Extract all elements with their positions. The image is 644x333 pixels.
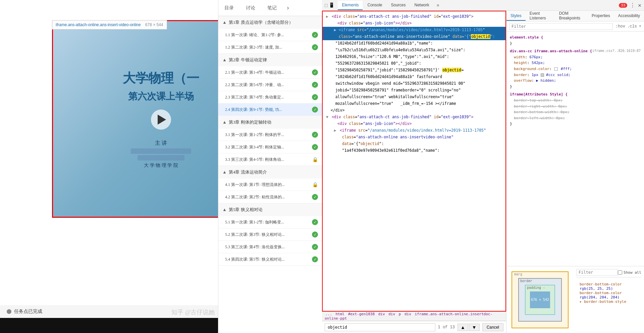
code-line-16[interactable]: <div class="ans-job-icon"></div> (323, 121, 505, 127)
lesson-2-1[interactable]: 2.1 第一次课: 第1-4节: 牛顿运动... (218, 66, 322, 79)
show-all-label: Show all (624, 270, 641, 275)
filter-cls[interactable]: .cls (627, 24, 637, 29)
code-line-9[interactable]: "1024b62df1d1f60bdd24d41d94a88a1b" fastf… (323, 74, 505, 80)
chapter-4-arrow: ▲ (222, 170, 227, 175)
search-input[interactable] (325, 323, 435, 331)
breadcrumb-p[interactable]: p (399, 312, 401, 316)
lesson-5-1[interactable]: 5.1 第一次课: 第1-2节: 伽利略变... (218, 216, 322, 228)
devtools-topbar: ⬚ 📱 Elements Console Sources Network » 3… (322, 0, 644, 11)
breadcrumb-div3[interactable]: div (405, 312, 411, 316)
code-line-17b[interactable]: class="ans-attach-online ans-insertvideo… (323, 134, 505, 141)
filter-add[interactable]: + (639, 24, 641, 29)
code-line-11[interactable]: jobid="158298450258791" frameborder="0" … (323, 87, 505, 94)
lesson-1-1[interactable]: 1.1 第一次课: 绪论、第1-2节: 参... (218, 29, 322, 41)
lesson-5-1-check (312, 219, 318, 225)
lesson-5-4[interactable]: 5.4 第四次课: 第5节: 狭义相对论... (218, 253, 322, 266)
code-line-10[interactable]: switchwindow vbegin vend mid="5529637286… (323, 80, 505, 87)
tab-toc[interactable]: 目录 (218, 1, 240, 15)
tab-more-devtools[interactable]: » (434, 1, 442, 10)
devtools-menu-icon[interactable]: ⋮ (630, 2, 635, 9)
chapter-2-header[interactable]: ▲ 第2章 牛顿运动定律 (218, 54, 322, 66)
chapter-1-header[interactable]: ▲ 第1章 质点运动学（含绪论部分） (218, 16, 322, 29)
breadcrumb-ellipsis[interactable]: ... (325, 312, 332, 316)
lesson-2-3-text: 2.3 第三次课: 第7-8节: 角动量定... (225, 94, 284, 100)
lesson-2-2[interactable]: 2.2 第二次课: 第5-6节: 冲量、动... (218, 79, 322, 91)
expand-arrow-2[interactable]: ▼ (326, 115, 328, 119)
code-line-4[interactable]: "1024b62df1d1f60bdd24d41d94a88a1b","name… (323, 40, 505, 47)
lesson-3-3-text: 3.3 第三次课: 第4-5节: 刚体角动... (225, 157, 284, 162)
styles-tab-styles[interactable]: Styles (506, 11, 526, 21)
search-count: 1 of 13 (438, 325, 455, 330)
lesson-2-4[interactable]: 2.4 第四次课: 第9-1节: 势能, 功... (218, 104, 322, 116)
lesson-2-1-text: 2.1 第一次课: 第1-4节: 牛顿运动... (225, 70, 284, 75)
code-line-5[interactable]: "\u7b2c\u516d\u6b21\u8bfe\u4e0a\u534a\u5… (323, 47, 505, 54)
code-line-3b[interactable]: class="ans-attach-online ans-insertvideo… (323, 34, 505, 40)
style-val-bgcolor: #fff; (561, 67, 572, 71)
show-all-checkbox[interactable]: Show all (618, 270, 641, 275)
style-rule-iframe-attrs: iframe[Attributes Style] { border-top-wi… (506, 90, 644, 128)
code-line-7[interactable]: "5529637286315829845021 00","_jobid": (323, 60, 505, 67)
lesson-5-2[interactable]: 5.2 第二次课: 第3节: 狭义相对论... (218, 228, 322, 241)
lesson-4-1[interactable]: 4.1 第一次课: 第1节: 理想流体的... 🔒 (218, 179, 322, 191)
tab-more-icon[interactable]: › (283, 1, 293, 15)
show-all-check[interactable] (618, 270, 622, 275)
style-close-1: } (510, 41, 512, 46)
style-close-2: } (510, 84, 512, 89)
chapter-5-header[interactable]: ▲ 第5章 狭义相对论 (218, 203, 322, 216)
code-line-2[interactable]: <div class="ans-job-icon"></div> (323, 20, 505, 27)
tab-discuss[interactable]: 讨论 (240, 1, 261, 15)
code-line-17[interactable]: ▶ <iframe src="/ananas/modules/video/ind… (323, 127, 505, 134)
breadcrumb-extgen[interactable]: #ext-gen1038 (348, 312, 375, 316)
tab-network[interactable]: Network (411, 1, 433, 10)
filter-hov[interactable]: :hov (615, 24, 625, 29)
tag-div-1: <div (332, 14, 343, 19)
code-line-19[interactable]: "1a4f430e97e90943e92e611f0ed76da8","name… (323, 147, 505, 154)
breadcrumb-div2[interactable]: div (388, 312, 395, 316)
code-line-13[interactable]: mozallowfullscreen="true" _idm_frm_=-154… (323, 101, 505, 107)
breadcrumb-html[interactable]: html (336, 312, 345, 316)
lesson-3-1[interactable]: 3.1 第一次课: 第1-2节: 刚体的平... (218, 129, 322, 141)
styles-tab-accessibility[interactable]: Accessibility (614, 11, 644, 21)
bgcolor-swatch (554, 67, 558, 71)
code-line-8[interactable]: "158298450258791","jobid":"1582984502587… (323, 67, 505, 74)
html-code-view[interactable]: ▶ <div class="ans-attach-ct ans-job-fini… (322, 11, 506, 312)
bottom-styles: border-bottom-color rgb(25, 25, 25) bord… (576, 280, 641, 306)
code-line-14[interactable]: </div> (323, 107, 505, 114)
styles-tab-properties[interactable]: Properties (588, 11, 614, 21)
tab-notes[interactable]: 笔记 (261, 1, 283, 15)
filter-input[interactable] (509, 23, 613, 30)
code-line-15[interactable]: ▼ <div class="ans-attach-ct ans-job-fini… (323, 114, 505, 121)
lesson-1-2[interactable]: 1.2 第二次课: 第2-3节: 速度, 加... (218, 41, 322, 54)
devtools-close-icon[interactable]: ✕ (638, 2, 641, 9)
code-line-12[interactable]: allowfullscreen="true" webkitallowfullsc… (323, 94, 505, 101)
code-line-1[interactable]: ▶ <div class="ans-attach-ct ans-job-fini… (323, 13, 505, 20)
box-filter-input[interactable] (576, 269, 618, 276)
cancel-button[interactable]: Cancel (482, 323, 503, 331)
bottom-style-5: ▸ border-bottom-style (580, 299, 638, 304)
box-outer: marg border padding - 676 × 542 (512, 271, 569, 328)
lesson-3-2[interactable]: 3.2 第二次课: 第3-4节: 刚体定轴... (218, 141, 322, 153)
search-prev-button[interactable]: ▲ (458, 324, 468, 331)
bottom-style-2: rgb(25, 25, 25) (580, 286, 638, 291)
search-next-button[interactable]: ▼ (469, 324, 480, 331)
code-line-3[interactable]: ▶ <iframe src="/ananas/modules/video/ind… (323, 27, 505, 34)
lesson-2-3[interactable]: 2.3 第三次课: 第7-8节: 角动量定... (218, 91, 322, 104)
lesson-2-4-check (312, 107, 318, 113)
devtools-panel: ⬚ 📱 Elements Console Sources Network » 3… (322, 0, 644, 333)
lesson-3-3[interactable]: 3.3 第三次课: 第4-5节: 刚体角动... 🔒 (218, 153, 322, 166)
breadcrumb-div1[interactable]: div (378, 312, 385, 316)
lesson-4-2[interactable]: 4.2 第二次课: 第2节: 粘性流体的... (218, 191, 322, 203)
play-button[interactable] (151, 110, 171, 130)
tab-elements[interactable]: Elements (338, 1, 363, 10)
lesson-3-1-text: 3.1 第一次课: 第1-2节: 刚体的平... (225, 132, 284, 138)
code-line-18[interactable]: data='{"objectid": (323, 141, 505, 147)
tab-sources[interactable]: Sources (387, 1, 410, 10)
expand-arrow-1[interactable]: ▶ (326, 14, 328, 19)
chapter-3-header[interactable]: ▲ 第3章 刚体的定轴转动 (218, 116, 322, 129)
code-line-6[interactable]: 126462916,"hsize":"120.6 MB","type":".av… (323, 54, 505, 60)
chapter-4-header[interactable]: ▲ 第4章 流体运动简介 (218, 166, 322, 179)
lesson-5-3[interactable]: 5.3 第三次课: 第4节: 洛伦兹变换... (218, 241, 322, 253)
tab-console[interactable]: Console (363, 1, 386, 10)
inspect-icon[interactable]: ⬚ (325, 2, 327, 8)
device-icon[interactable]: 📱 (329, 2, 334, 8)
